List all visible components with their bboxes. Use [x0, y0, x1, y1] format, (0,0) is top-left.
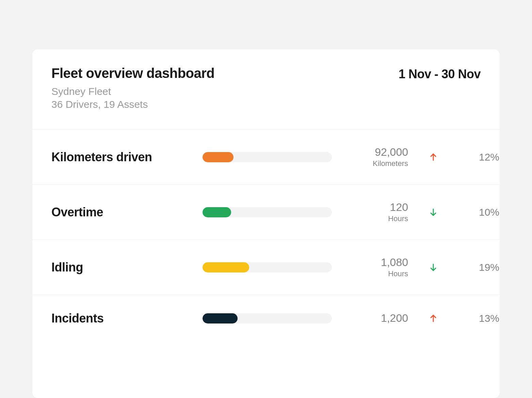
- header-left: Fleet overview dashboard Sydney Fleet 36…: [51, 66, 214, 110]
- metric-value-col: 1,080 Hours: [340, 256, 408, 278]
- arrow-down-icon: [429, 263, 438, 272]
- progress-fill: [203, 152, 233, 162]
- metric-value: 1,200: [340, 312, 408, 325]
- dashboard-header: Fleet overview dashboard Sydney Fleet 36…: [32, 49, 500, 130]
- arrow-up-icon: [429, 314, 438, 323]
- trend-indicator: [416, 314, 450, 323]
- metric-row-overtime: Overtime 120 Hours 10%: [32, 185, 500, 240]
- page-title: Fleet overview dashboard: [51, 66, 214, 81]
- trend-indicator: [416, 208, 450, 217]
- metric-change: 13%: [458, 313, 499, 324]
- progress-bar: [203, 262, 332, 272]
- metric-value: 1,080: [340, 256, 408, 269]
- metric-value: 120: [340, 201, 408, 214]
- fleet-stats: 36 Drivers, 19 Assets: [51, 99, 214, 110]
- metric-value-col: 1,200: [340, 312, 408, 325]
- metric-row-idling: Idling 1,080 Hours 19%: [32, 240, 500, 295]
- arrow-up-icon: [429, 152, 438, 162]
- fleet-name: Sydney Fleet: [51, 86, 214, 97]
- trend-indicator: [416, 152, 450, 162]
- metric-value-col: 120 Hours: [340, 201, 408, 223]
- trend-indicator: [416, 263, 450, 272]
- metric-unit: Kilometers: [340, 159, 408, 168]
- dashboard-card: Fleet overview dashboard Sydney Fleet 36…: [32, 49, 500, 398]
- progress-bar: [203, 207, 332, 217]
- progress-fill: [203, 313, 238, 324]
- progress-fill: [203, 262, 249, 272]
- metric-change: 19%: [458, 262, 499, 273]
- progress-fill: [203, 207, 231, 217]
- metric-value-col: 92,000 Kilometers: [340, 146, 408, 168]
- metric-label: Overtime: [51, 205, 194, 219]
- metric-row-incidents: Incidents 1,200 13%: [32, 295, 500, 342]
- metric-unit: Hours: [340, 269, 408, 278]
- arrow-down-icon: [429, 208, 438, 217]
- date-range[interactable]: 1 Nov - 30 Nov: [399, 67, 481, 81]
- metric-label: Idling: [51, 260, 194, 275]
- metric-unit: Hours: [340, 214, 408, 223]
- metric-change: 10%: [458, 206, 499, 218]
- metric-label: Kilometers driven: [51, 150, 194, 164]
- metric-label: Incidents: [51, 311, 194, 326]
- progress-bar: [203, 313, 332, 324]
- metric-row-kilometers: Kilometers driven 92,000 Kilometers 12%: [32, 130, 500, 185]
- progress-bar: [203, 152, 332, 162]
- metric-value: 92,000: [340, 146, 408, 159]
- metric-change: 12%: [458, 151, 499, 163]
